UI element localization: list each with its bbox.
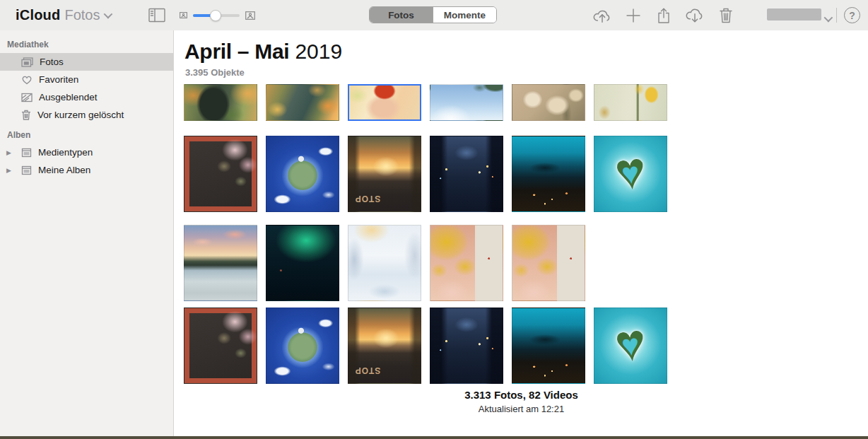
disclosure-triangle-icon[interactable]: ▶ [6, 149, 11, 156]
photos-icon [21, 57, 33, 67]
sidebar-item-vor-kurzem-geloescht[interactable]: Vor kurzem gelöscht [0, 106, 173, 124]
zoom-small-photo-icon[interactable] [180, 12, 187, 18]
share-icon [656, 7, 671, 24]
photo-grid: STOPSTOP [184, 84, 667, 384]
photo-thumbnail-sunset-stop[interactable]: STOP [348, 136, 421, 212]
photo-thumbnail-sunset-stop[interactable]: STOP [348, 308, 421, 384]
photo-thumbnail-sky-sun[interactable] [430, 84, 503, 121]
sidebar-section-alben: Alben [0, 127, 173, 144]
photo-thumbnail-heart-island[interactable] [594, 308, 667, 384]
photo-thumbnail-aurora[interactable] [266, 225, 339, 301]
photo-thumbnail-tiny-planet[interactable] [266, 308, 339, 384]
tab-fotos[interactable]: Fotos [370, 7, 433, 23]
thumbnail-zoom-control [180, 0, 255, 30]
photo-thumbnail-dusk-skyline[interactable] [512, 136, 585, 212]
download-button[interactable] [684, 0, 705, 30]
panel-left-icon [148, 8, 166, 23]
photo-thumbnail-tiny-planet[interactable] [266, 136, 339, 212]
share-button[interactable] [654, 0, 674, 30]
page-title: April – Mai2019 [184, 40, 342, 64]
main-content: April – Mai2019 3.395 Objekte STOPSTOP 3… [175, 30, 868, 436]
sidebar-section-mediathek: Mediathek [0, 36, 173, 53]
app-switcher-chevron-icon [104, 10, 113, 19]
account-chevron-icon[interactable] [824, 12, 831, 25]
bottom-window-edge [0, 436, 868, 439]
footer-summary: 3.313 Fotos, 82 Videos [175, 389, 868, 401]
moment-title: April – Mai [184, 40, 289, 63]
photo-thumbnail-lake-sunset[interactable] [184, 225, 257, 301]
sidebar-item-fotos[interactable]: Fotos [0, 53, 173, 71]
view-switcher: Fotos Momente [369, 6, 497, 23]
photo-row [184, 225, 667, 301]
toolbar: iCloud Fotos Fotos Momente [0, 0, 868, 30]
sidebar-toggle-button[interactable] [146, 0, 168, 30]
icloud-brand: iCloud [16, 7, 60, 23]
plus-icon [626, 8, 641, 23]
sidebar-item-label: Meine Alben [38, 165, 90, 175]
photo-overlay-text: STOP [354, 194, 380, 204]
photo-thumbnail-yellow-wall[interactable] [512, 225, 585, 301]
app-name: Fotos [64, 7, 100, 23]
upload-button[interactable] [592, 0, 613, 30]
app-switcher[interactable]: iCloud Fotos [16, 0, 110, 30]
sidebar-item-label: Medientypen [38, 147, 93, 158]
hidden-icon [21, 93, 33, 103]
album-icon [21, 165, 32, 175]
photo-overlay-text: STOP [354, 365, 380, 375]
photo-thumbnail-snow-forest[interactable] [348, 225, 421, 301]
photo-thumbnail-yellow-roses[interactable] [594, 84, 667, 121]
photo-thumbnail-yellow-wall[interactable] [430, 225, 503, 301]
delete-button[interactable] [716, 0, 736, 30]
sidebar-item-meine-alben[interactable]: ▶ Meine Alben [0, 161, 173, 179]
sidebar-item-ausgeblendet[interactable]: Ausgeblendet [0, 88, 173, 106]
photo-thumbnail-heart-island[interactable] [594, 136, 667, 212]
photo-row: STOP [184, 136, 667, 212]
grid-footer: 3.313 Fotos, 82 Videos Aktualisiert am 1… [175, 389, 868, 414]
footer-updated: Aktualisiert am 12:21 [175, 404, 868, 414]
toolbar-divider [836, 8, 837, 23]
sidebar-item-favoriten[interactable]: Favoriten [0, 71, 173, 88]
sidebar-item-label: Favoriten [39, 74, 78, 85]
object-count: 3.395 Objekte [185, 67, 245, 78]
add-button[interactable] [623, 0, 643, 30]
cloud-upload-icon [592, 8, 612, 23]
moment-year: 2019 [295, 40, 342, 63]
photo-thumbnail-dusk-skyline[interactable] [512, 308, 585, 384]
sidebar-item-medientypen[interactable]: ▶ Medientypen [0, 144, 173, 161]
photo-row: STOP [184, 308, 667, 384]
photo-thumbnail-blossom-window[interactable] [184, 136, 257, 212]
zoom-slider-thumb[interactable] [210, 10, 221, 21]
heart-icon [21, 75, 33, 85]
photo-thumbnail-dried-roses[interactable] [512, 84, 585, 121]
zoom-slider[interactable] [193, 14, 240, 17]
sidebar-item-label: Vor kurzem gelöscht [37, 110, 124, 120]
disclosure-triangle-icon[interactable]: ▶ [6, 167, 11, 174]
cloud-download-icon [685, 8, 705, 23]
photo-thumbnail-autumn-shed[interactable] [184, 84, 257, 121]
account-dropdown[interactable] [767, 8, 821, 21]
sidebar-item-label: Ausgeblendet [39, 92, 98, 103]
sidebar: Mediathek Fotos Favoriten Ausgeblendet V… [0, 30, 174, 436]
photo-thumbnail-autumn-tree[interactable] [266, 84, 339, 121]
zoom-large-photo-icon[interactable] [245, 11, 255, 20]
photo-row [184, 84, 667, 121]
sidebar-item-label: Fotos [40, 57, 64, 67]
tab-momente[interactable]: Momente [433, 7, 496, 23]
help-button[interactable]: ? [844, 7, 860, 23]
photo-thumbnail-blossom-window[interactable] [184, 308, 257, 384]
photo-thumbnail-night-street[interactable] [430, 308, 503, 384]
photo-thumbnail-maple-leaf[interactable] [348, 84, 421, 121]
trash-icon [21, 110, 31, 120]
album-icon [21, 148, 32, 158]
photo-thumbnail-night-street[interactable] [430, 136, 503, 212]
trash-icon [719, 7, 733, 23]
